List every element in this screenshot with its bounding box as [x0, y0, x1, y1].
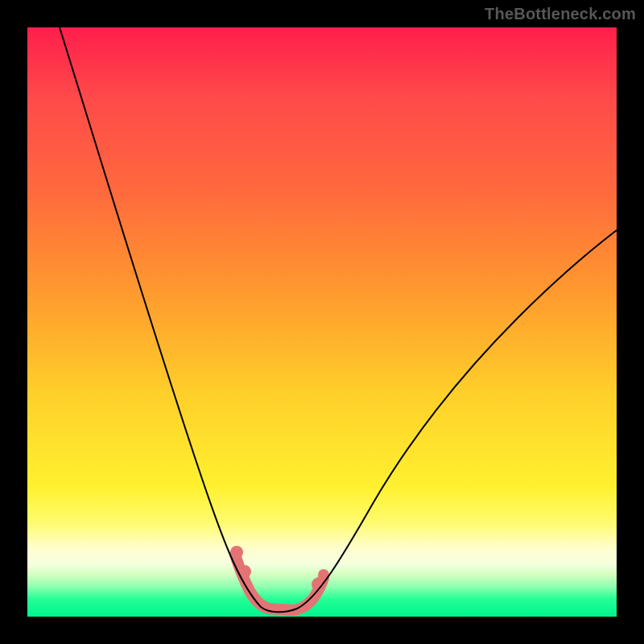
valley-highlight — [235, 555, 324, 610]
valley-dot-left-1 — [230, 546, 243, 559]
curve-svg — [27, 27, 617, 617]
attribution-text: TheBottleneck.com — [485, 5, 636, 23]
chart-root: TheBottleneck.com — [0, 0, 644, 644]
plot-area — [27, 27, 617, 617]
bottleneck-curve-path — [60, 27, 617, 612]
